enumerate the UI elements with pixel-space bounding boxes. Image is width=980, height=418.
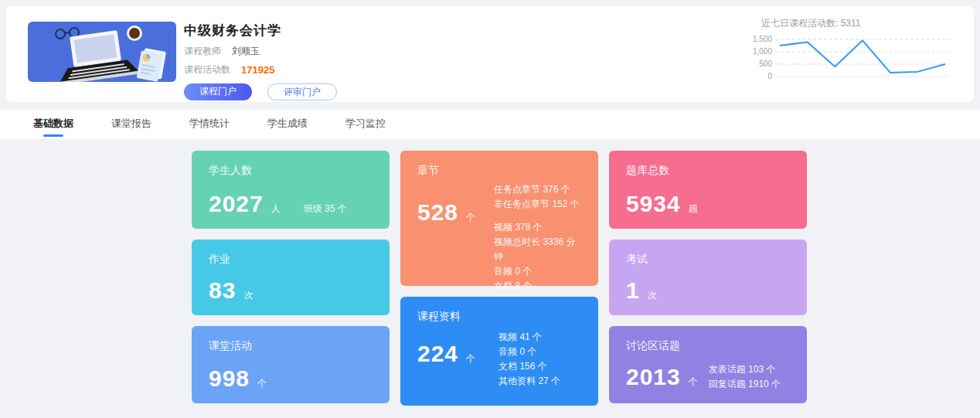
ytick-0: 0 <box>767 72 772 80</box>
course-title: 中级财务会计学 <box>184 22 337 39</box>
card-question-bank-title: 题库总数 <box>626 164 790 178</box>
card-chapters[interactable]: 章节 528 个 任务点章节 376 个 非任务点章节 152 个 视频 378… <box>400 151 598 286</box>
card-students-title: 学生人数 <box>209 164 373 178</box>
activity-count-value: 171925 <box>241 64 274 76</box>
course-header-card: 中级财务会计学 课程教师 刘顺玉 课程活动数 171925 课程门户 评审门户 … <box>6 6 974 102</box>
card-question-bank-value: 5934 <box>626 191 681 217</box>
card-chapters-value: 528 <box>417 199 458 226</box>
teacher-name: 刘顺玉 <box>232 45 260 58</box>
card-students[interactable]: 学生人数 2027 人 班级 35 个 <box>192 151 390 229</box>
materials-audios: 音频 0 个 <box>499 345 560 359</box>
card-students-value: 2027 <box>209 191 264 217</box>
card-question-bank[interactable]: 题库总数 5934 题 <box>609 151 807 229</box>
card-discussion[interactable]: 讨论区话题 2013 个 发表话题 103 个 回复话题 1910 个 <box>609 326 807 403</box>
activity-chart-line <box>780 40 945 73</box>
discussion-reply-topics: 回复话题 1910 个 <box>709 377 781 392</box>
stats-cards-grid: 学生人数 2027 人 班级 35 个 作业 83 次 课堂活动 998 个 章… <box>192 151 807 406</box>
card-course-materials[interactable]: 课程资料 224 个 视频 41 个 音频 0 个 文档 156 个 其他资料 … <box>400 297 598 406</box>
card-classroom-activity[interactable]: 课堂活动 998 个 <box>192 326 390 403</box>
course-portal-button[interactable]: 课程门户 <box>184 83 252 100</box>
card-classroom-activity-value: 998 <box>209 365 250 392</box>
card-discussion-unit: 个 <box>689 376 698 389</box>
card-classroom-activity-unit: 个 <box>257 377 267 390</box>
card-discussion-title: 讨论区话题 <box>626 339 790 353</box>
ytick-500: 500 <box>759 59 772 68</box>
card-exam[interactable]: 考试 1 次 <box>609 240 807 315</box>
chapters-documents: 文档 8 个 <box>494 279 581 294</box>
tab-learning-monitor[interactable]: 学习监控 <box>345 110 386 139</box>
card-exam-value: 1 <box>626 277 640 304</box>
card-course-materials-value: 224 <box>417 341 458 367</box>
card-homework-value: 83 <box>209 277 236 304</box>
ytick-1000: 1,000 <box>753 47 772 56</box>
chapters-video-duration: 视频总时长 3336 分钟 <box>494 235 581 264</box>
card-chapters-title: 章节 <box>417 164 581 178</box>
card-course-materials-title: 课程资料 <box>417 310 581 324</box>
card-question-bank-unit: 题 <box>689 202 698 216</box>
card-exam-unit: 次 <box>648 289 657 302</box>
chapters-non-task-points: 非任务点章节 152 个 <box>494 197 581 212</box>
review-portal-button[interactable]: 评审门户 <box>267 83 337 100</box>
discussion-posted-topics: 发表话题 103 个 <box>709 362 781 377</box>
tab-learning-stats[interactable]: 学情统计 <box>189 110 230 139</box>
card-course-materials-unit: 个 <box>466 352 475 365</box>
chapters-audios: 音频 0 个 <box>494 264 581 279</box>
card-homework-title: 作业 <box>209 253 373 267</box>
ytick-1500: 1,500 <box>753 35 772 43</box>
card-exam-title: 考试 <box>626 253 790 267</box>
chapters-videos: 视频 378 个 <box>494 220 581 235</box>
card-homework-unit: 次 <box>243 289 253 302</box>
chapters-task-points: 任务点章节 376 个 <box>494 182 581 197</box>
tab-bar: 基础数据 课堂报告 学情统计 学生成绩 学习监控 <box>0 110 980 139</box>
materials-other: 其他资料 27 个 <box>499 374 560 389</box>
tab-student-grades[interactable]: 学生成绩 <box>267 110 308 139</box>
card-discussion-value: 2013 <box>626 364 681 390</box>
card-classroom-activity-title: 课堂活动 <box>209 339 373 353</box>
weekly-activity-chart: 近七日课程活动数: 5311 1,500 1,000 500 0 <box>740 17 960 83</box>
card-students-unit: 人 <box>271 202 281 216</box>
materials-videos: 视频 41 个 <box>499 330 560 345</box>
card-chapters-unit: 个 <box>466 211 475 224</box>
card-students-classes: 班级 35 个 <box>304 202 347 216</box>
activity-count-label: 课程活动数 <box>184 63 230 76</box>
tab-class-report[interactable]: 课堂报告 <box>111 110 151 139</box>
card-homework[interactable]: 作业 83 次 <box>192 240 390 315</box>
tab-basic-data[interactable]: 基础数据 <box>33 110 73 139</box>
chart-title: 近七日课程活动数: 5311 <box>740 17 960 30</box>
teacher-label: 课程教师 <box>184 45 221 58</box>
course-thumbnail[interactable] <box>28 22 176 82</box>
materials-documents: 文档 156 个 <box>499 359 560 374</box>
